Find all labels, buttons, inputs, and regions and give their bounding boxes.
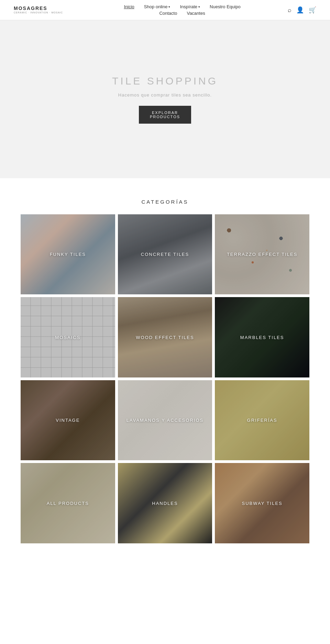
category-card-terrazzo[interactable]: TERRAZZO EFFECT TILES: [215, 214, 309, 294]
category-card-wood[interactable]: WOOD EFFECT TILES: [118, 297, 212, 377]
category-card-griferias[interactable]: GRIFERÍAS: [215, 380, 309, 460]
categories-grid: FUNKY TILESCONCRETE TILESTERRAZZO EFFECT…: [21, 214, 309, 543]
category-card-marbles[interactable]: MARBLES TILES: [215, 297, 309, 377]
hero-subtitle: Hacemos que comprar tiles sea sencillo.: [118, 92, 212, 98]
category-label-lavamanos: LAVAMANOS Y ACCESORIOS: [118, 380, 212, 460]
category-label-funky: FUNKY TILES: [21, 214, 115, 294]
nav-row-1: Inicio Shop online ▾ Inspírate ▾ Nuestro…: [124, 4, 240, 9]
category-card-allproducts[interactable]: ALL PRODUCTS: [21, 463, 115, 543]
category-label-allproducts: ALL PRODUCTS: [21, 463, 115, 543]
chevron-down-icon: ▾: [168, 5, 170, 9]
hero-title: TILE SHOPPING: [112, 75, 218, 87]
nav-icon-group: ⌕ 👤 🛒: [288, 6, 316, 14]
category-label-terrazzo: TERRAZZO EFFECT TILES: [215, 214, 309, 294]
category-card-lavamanos[interactable]: LAVAMANOS Y ACCESORIOS: [118, 380, 212, 460]
category-label-subway: SUBWAY TILES: [215, 463, 309, 543]
nav-nuestro-equipo[interactable]: Nuestro Equipo: [210, 4, 241, 9]
category-label-wood: WOOD EFFECT TILES: [118, 297, 212, 377]
category-card-mosaics[interactable]: MOSAICS: [21, 297, 115, 377]
nav-contacto[interactable]: Contacto: [159, 11, 177, 16]
hero-section: TILE SHOPPING Hacemos que comprar tiles …: [0, 20, 330, 178]
search-icon[interactable]: ⌕: [288, 7, 292, 14]
nav-shop-online-label: Shop online: [144, 4, 168, 9]
cart-icon[interactable]: 🛒: [309, 6, 316, 14]
category-label-mosaics: MOSAICS: [21, 297, 115, 377]
category-card-vintage[interactable]: VINTAGE: [21, 380, 115, 460]
categories-section: CATEGORÍAS FUNKY TILESCONCRETE TILESTERR…: [0, 178, 330, 557]
category-card-subway[interactable]: SUBWAY TILES: [215, 463, 309, 543]
category-label-griferias: GRIFERÍAS: [215, 380, 309, 460]
nav-row-2: Contacto Vacantes: [159, 11, 205, 16]
nav-links: Inicio Shop online ▾ Inspírate ▾ Nuestro…: [77, 4, 288, 16]
category-card-funky[interactable]: FUNKY TILES: [21, 214, 115, 294]
explore-button[interactable]: EXPLORARPRODUCTOS: [139, 106, 191, 124]
category-label-marbles: MARBLES TILES: [215, 297, 309, 377]
nav-inspirate[interactable]: Inspírate ▾: [180, 4, 200, 9]
nav-vacantes[interactable]: Vacantes: [187, 11, 205, 16]
category-label-handles: HANDLES: [118, 463, 212, 543]
account-icon[interactable]: 👤: [296, 6, 304, 14]
nav-shop-online[interactable]: Shop online ▾: [144, 4, 170, 9]
chevron-down-icon-2: ▾: [198, 5, 200, 9]
brand-logo[interactable]: MOSAGRES ceramic · innovation · mosaic: [14, 5, 63, 14]
category-label-concrete: CONCRETE TILES: [118, 214, 212, 294]
category-card-handles[interactable]: HANDLES: [118, 463, 212, 543]
navbar: MOSAGRES ceramic · innovation · mosaic I…: [0, 0, 330, 20]
nav-inspirate-label: Inspírate: [180, 4, 197, 9]
categories-title: CATEGORÍAS: [21, 199, 309, 205]
category-label-vintage: VINTAGE: [21, 380, 115, 460]
category-card-concrete[interactable]: CONCRETE TILES: [118, 214, 212, 294]
nav-inicio[interactable]: Inicio: [124, 4, 134, 9]
